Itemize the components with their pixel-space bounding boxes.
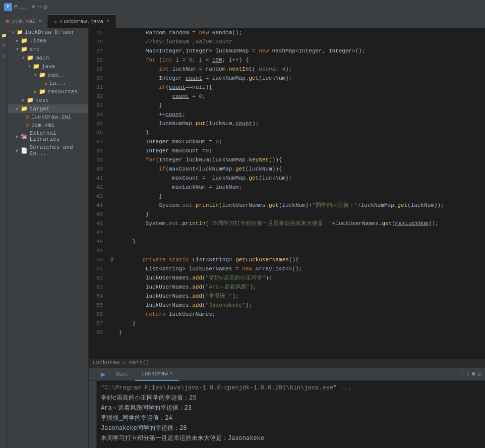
sidebar-item-iml[interactable]: m luckDraw.iml (8, 113, 88, 121)
bottom-tab-bar: ▶ Run: LuckDraw × ↑ ↓ ■ ↺ (89, 368, 485, 381)
code-line-53: 53 luckUserNames.add("Ara～追着风跑"); (89, 283, 485, 292)
luckdraw-file-label: Lu... (49, 80, 66, 86)
code-line-50: 50 @ private static List<String> getLuck… (89, 255, 485, 264)
java-label: java (42, 64, 55, 70)
pomxml-file-icon: m (26, 123, 29, 128)
tab-bar: m pom.xml × ☕ LuckDraw.java × (0, 14, 485, 28)
iml-label: luckDraw.iml (31, 114, 71, 120)
code-line-46: 46 System.out.println("本周学习打卡积分第一且是幸运的未来… (89, 219, 485, 228)
tab-luckdraw-label: LuckDraw.java (60, 19, 103, 25)
project-panel-btn[interactable]: 📁 (1, 32, 7, 38)
sidebar-item-com[interactable]: ▼ 📁 com.. (8, 71, 88, 79)
favorites-btn[interactable]: ★ (1, 52, 7, 59)
resources-label: resources (48, 89, 78, 95)
sidebar-item-main[interactable]: ▼ 📁 main (8, 53, 88, 62)
breadcrumb: LuckDraw › main() (89, 359, 485, 367)
sidebar-item-test[interactable]: ▶ 📁 test (8, 96, 88, 104)
src-arrow: ▼ (16, 47, 19, 51)
test-label: test (36, 97, 49, 103)
idea-label: .idea (30, 38, 46, 44)
code-line-37: 37 Integer maxLuckNum = 0; (89, 137, 485, 146)
code-line-32: 32 count = 0; (89, 92, 485, 101)
code-editor[interactable]: 25 Random random = new Random(); 26 //ke… (89, 28, 485, 359)
sidebar-item-java[interactable]: ▼ 📁 java (8, 62, 88, 71)
tab-pom-close[interactable]: × (38, 19, 41, 24)
run-label: Run: (116, 371, 129, 377)
code-line-57: 57 } (89, 319, 485, 328)
target-folder-icon: 📁 (21, 105, 28, 112)
toolbar-icon-2[interactable]: ↔ (37, 3, 41, 11)
sidebar-item-idea[interactable]: ▶ 📁 .idea (8, 36, 88, 45)
code-line-34: 34 ++count; (89, 110, 485, 119)
toolbar-icon-1[interactable]: ≡ (31, 3, 35, 11)
code-line-40: 40 if(maxCount<luckNumMap.get(luckNum)){ (89, 164, 485, 174)
project-sidebar: ▼ 📁 luckDraw D:\wor ▶ 📁 .idea ▼ 📁 src ▼ … (8, 28, 89, 448)
bottom-rerun-btn[interactable]: ↺ (477, 370, 481, 378)
code-line-42: 42 maxLuckNum = luckNum; (89, 183, 485, 192)
luckdraw-tab-close[interactable]: × (170, 371, 173, 376)
run-left-strip (89, 381, 97, 448)
bottom-stop-btn[interactable]: ■ (472, 371, 475, 378)
tab-luckdraw-close[interactable]: × (106, 19, 109, 24)
code-line-49: 49 (89, 246, 485, 255)
main-layout: 📁 ≡ ★ ▼ 📁 luckDraw D:\wor ▶ 📁 .idea ▼ 📁 … (0, 28, 485, 448)
sidebar-root[interactable]: ▼ 📁 luckDraw D:\wor (8, 28, 88, 36)
sidebar-item-scratches[interactable]: ▶ 📄 Scratches and Co... (8, 143, 88, 157)
top-bar: P P... ≡ ↔ ⚙ (0, 0, 485, 14)
code-line-30: 30 Integer count = luckNumMap.get(luckNu… (89, 74, 485, 83)
structure-btn[interactable]: ≡ (1, 42, 7, 48)
code-line-31: 31 if(count==null){ (89, 83, 485, 92)
bottom-panel-main: "C:\Program Files\Java\java-1.8.0-openjd… (89, 381, 485, 448)
run-output: "C:\Program Files\Java\java-1.8.0-openjd… (97, 381, 485, 448)
code-line-44: 44 System.out.println(luckUserNames.get(… (89, 201, 485, 210)
toolbar-icon-3[interactable]: ⚙ (43, 3, 47, 11)
code-line-43: 43 } (89, 192, 485, 201)
root-arrow: ▼ (12, 30, 15, 35)
app-icon: P (4, 3, 12, 11)
code-line-39: 39 for(Integer luckNum:luckNumMap.keySet… (89, 155, 485, 164)
bottom-up-btn[interactable]: ↑ (460, 371, 464, 378)
com-folder-icon: 📁 (39, 72, 46, 78)
sidebar-item-pomxml[interactable]: m pom.xml (8, 121, 88, 129)
bottom-left-strip (89, 373, 97, 375)
idea-arrow: ▶ (16, 38, 19, 43)
target-label: target (30, 106, 50, 112)
resources-folder-icon: 📁 (39, 88, 46, 95)
code-line-52: 52 luckUserNames.add("学好c语言的小王同学"); (89, 273, 485, 283)
sidebar-item-ext-libs[interactable]: ▶ 📚 External Libraries (8, 129, 88, 143)
run-play-btn[interactable]: ▶ (101, 369, 106, 379)
sidebar-item-luckdraw-file[interactable]: ☕ Lu... (8, 79, 88, 87)
project-label: P... (14, 4, 27, 10)
code-line-48: 48 } (89, 237, 485, 246)
sidebar-item-resources[interactable]: ▶ 📁 resources (8, 87, 88, 96)
scratches-folder-icon: 📄 (21, 147, 28, 154)
code-line-47: 47 (89, 228, 485, 237)
pom-icon: m (6, 19, 9, 24)
resources-arrow: ▶ (34, 89, 37, 94)
bottom-tab-luckdraw[interactable]: LuckDraw × (135, 368, 179, 381)
code-line-54: 54 luckUserNames.add("李慢慢_"); (89, 292, 485, 301)
output-line-3: 李慢慢_同学的幸运值：24 (101, 413, 481, 423)
output-line-1: 学好c语言的小王同学的幸运值：25 (101, 393, 481, 403)
tab-pom-xml[interactable]: m pom.xml × (0, 15, 48, 28)
sidebar-root-label: luckDraw D:\wor (25, 29, 75, 35)
test-arrow: ▶ (22, 98, 25, 102)
code-line-55: 55 luckUserNames.add("Jasonakeke"); (89, 301, 485, 310)
sidebar-item-target[interactable]: ▶ 📁 target (8, 104, 88, 113)
code-line-58: 58 } (89, 328, 485, 337)
output-line-2: Ara～追着风跑同学的幸运值：23 (101, 403, 481, 413)
code-line-33: 33 } (89, 101, 485, 110)
extlibs-label: External Libraries (30, 130, 84, 142)
output-line-5: 本周学习打卡积分第一且是幸运的未来大佬是：Jasonakeke (101, 433, 481, 443)
java-arrow: ▼ (28, 64, 31, 69)
bottom-down-btn[interactable]: ↓ (466, 371, 469, 378)
code-line-51: 51 List<String> luckUserNames = new Arra… (89, 264, 485, 273)
code-line-45: 45 } (89, 210, 485, 219)
output-line-4: Jasonakeke同学的幸运值：28 (101, 423, 481, 433)
tab-luckdraw-java[interactable]: ☕ LuckDraw.java × (48, 15, 116, 28)
sidebar-item-src[interactable]: ▼ 📁 src (8, 45, 88, 53)
code-line-35: 35 luckNumMap.put(luckNum,count); (89, 119, 485, 128)
code-line-56: 56 return luckUserNames; (89, 310, 485, 319)
target-arrow: ▶ (16, 106, 19, 111)
test-folder-icon: 📁 (27, 97, 34, 103)
